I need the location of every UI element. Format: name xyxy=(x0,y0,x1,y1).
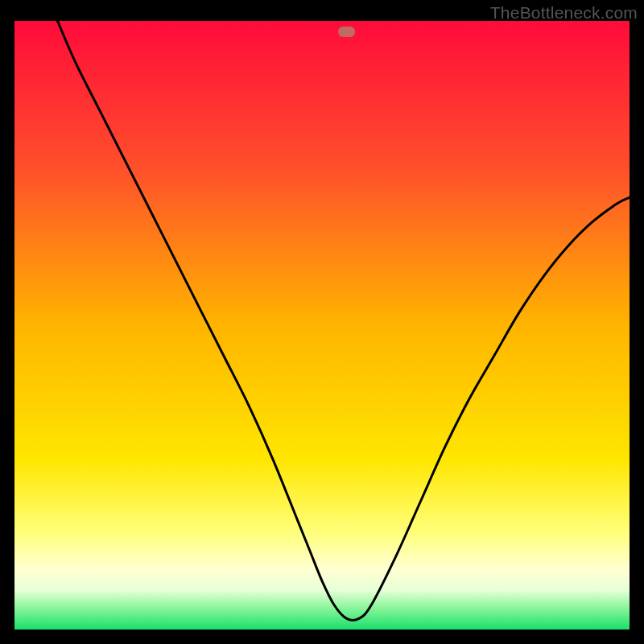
chart-plot-area xyxy=(14,21,630,630)
chart-frame: TheBottleneck.com xyxy=(0,0,644,644)
optimal-point-marker xyxy=(338,27,355,37)
chart-svg xyxy=(14,21,630,630)
gradient-background xyxy=(14,21,630,630)
watermark-text: TheBottleneck.com xyxy=(490,3,638,23)
